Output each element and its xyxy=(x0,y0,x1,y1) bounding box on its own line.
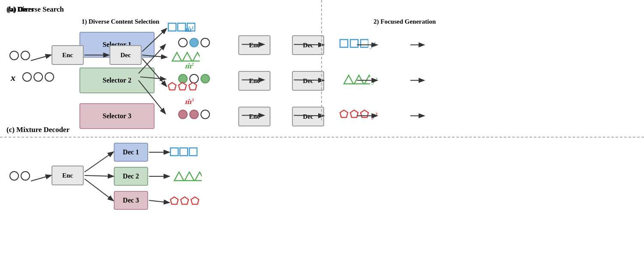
b-output-3 xyxy=(167,82,198,95)
c-enc-box: Enc xyxy=(52,166,84,185)
b-circle-1 xyxy=(9,51,19,60)
output-shapes-3: ŷ3 xyxy=(339,109,377,122)
svg-rect-38 xyxy=(170,148,178,156)
svg-line-37 xyxy=(142,58,166,86)
svg-marker-8 xyxy=(361,110,368,117)
svg-marker-29 xyxy=(193,52,200,61)
svg-line-53 xyxy=(149,200,169,203)
c-dec1-box: Dec 1 xyxy=(114,143,148,162)
svg-marker-6 xyxy=(340,110,348,117)
svg-rect-24 xyxy=(168,23,176,31)
svg-marker-7 xyxy=(350,110,358,117)
svg-marker-42 xyxy=(185,172,194,181)
b-output-1 xyxy=(167,22,195,35)
svg-marker-45 xyxy=(181,197,188,204)
svg-marker-41 xyxy=(174,172,184,181)
c-output-2 xyxy=(170,171,202,184)
svg-rect-2 xyxy=(361,40,368,47)
svg-marker-44 xyxy=(170,197,178,204)
svg-rect-25 xyxy=(178,23,185,31)
y1-label: ŷ1 xyxy=(371,41,376,49)
b-output-2 xyxy=(167,52,200,64)
y3-label: ŷ3 xyxy=(372,111,377,120)
b-circle-2 xyxy=(21,51,30,60)
c-dec3-box: Dec 3 xyxy=(114,191,148,210)
bottom-right-section: (c) Mixture Decoder Enc Dec 1 Dec 2 Dec … xyxy=(0,120,322,241)
c-output-3 xyxy=(170,196,200,209)
svg-marker-27 xyxy=(172,52,182,61)
svg-line-47 xyxy=(31,175,51,181)
svg-rect-1 xyxy=(350,40,358,47)
c-circle-2 xyxy=(21,171,30,181)
b-dec-box: Dec xyxy=(109,45,142,65)
svg-rect-0 xyxy=(340,40,348,47)
c-output-1 xyxy=(170,147,197,160)
svg-line-48 xyxy=(85,152,113,172)
svg-line-33 xyxy=(31,55,51,61)
svg-line-50 xyxy=(85,179,113,200)
section-c-label: (c) Mixture Decoder xyxy=(6,126,70,134)
output-shapes-2: ŷ2 xyxy=(339,74,377,87)
svg-marker-28 xyxy=(182,52,192,61)
svg-rect-39 xyxy=(180,148,188,156)
output-shapes-1: ŷ1 xyxy=(339,39,376,52)
svg-marker-46 xyxy=(191,197,199,204)
svg-marker-30 xyxy=(168,83,176,90)
svg-line-49 xyxy=(85,175,113,176)
svg-rect-26 xyxy=(187,23,195,31)
svg-line-36 xyxy=(142,55,166,57)
diagram-container: (a) Ours 1) Diverse Content Selection 2)… xyxy=(0,0,644,258)
svg-marker-32 xyxy=(189,83,197,90)
c-dec2-box: Dec 2 xyxy=(114,167,148,186)
svg-line-35 xyxy=(142,29,166,52)
b-enc-box: Enc xyxy=(52,45,84,65)
heading2: 2) Focused Generation xyxy=(374,18,436,25)
svg-marker-4 xyxy=(354,75,364,84)
c-circle-1 xyxy=(9,171,19,181)
c-input-circles xyxy=(9,171,30,181)
svg-rect-40 xyxy=(189,148,197,156)
svg-marker-43 xyxy=(195,172,202,181)
svg-marker-31 xyxy=(179,83,186,90)
section-b-label: (b) Diverse Search xyxy=(6,5,64,14)
y2-label: ŷ2 xyxy=(372,77,377,85)
bottom-left-section: (b) Diverse Search Enc Dec xyxy=(0,0,322,120)
svg-marker-3 xyxy=(344,75,353,84)
b-input-circles xyxy=(9,51,30,60)
svg-marker-5 xyxy=(365,75,370,84)
